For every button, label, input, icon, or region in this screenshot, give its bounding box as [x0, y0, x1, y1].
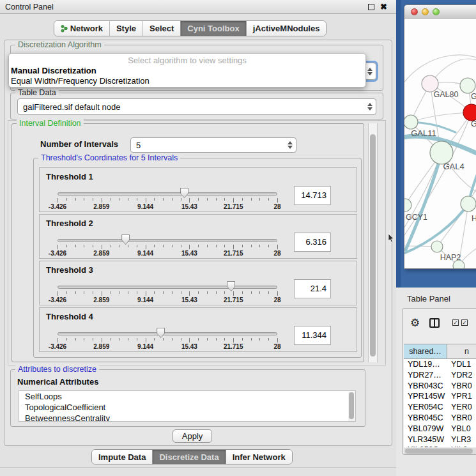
threshold-label: Threshold 3	[46, 265, 93, 275]
threshold-value-field[interactable]: 6.316	[294, 233, 331, 252]
slider-tick	[268, 198, 269, 201]
slider-tick	[259, 198, 260, 201]
slider-tick	[119, 338, 119, 341]
tab-infer-network[interactable]: Infer Network	[226, 450, 292, 464]
slider-tick	[102, 338, 102, 342]
slider-tick	[111, 198, 111, 201]
table-row[interactable]: YPR145WYPR1	[404, 391, 476, 402]
network-node[interactable]	[461, 196, 476, 211]
table-row[interactable]: YLR345WYLR3	[404, 434, 476, 445]
slider-tick	[224, 338, 225, 341]
attributes-listbox[interactable]: SelfLoopsTopologicalCoefficientBetweenne…	[19, 390, 356, 422]
table-row[interactable]: YDR27…YDR2	[404, 370, 476, 381]
network-icon	[61, 24, 68, 33]
tab-network[interactable]: Network	[54, 21, 109, 36]
network-canvas[interactable]: GAL80GAGGAL11GAL4GCY1HHAP2	[404, 19, 476, 269]
scrollbar-thumb[interactable]	[349, 392, 354, 419]
table-data-combo[interactable]: galFiltered.sif default node	[17, 98, 376, 115]
threshold-slider-handle[interactable]	[157, 328, 165, 338]
table-row[interactable]: YER054CYER0	[404, 402, 476, 413]
attributes-scrollbar[interactable]	[348, 392, 355, 421]
table-row[interactable]: YDL19…YDL1	[404, 359, 476, 370]
numerical-attributes-label: Numerical Attributes	[17, 377, 98, 387]
threshold-value-field[interactable]: 21.4	[294, 279, 331, 298]
threshold-slider-handle[interactable]	[180, 188, 188, 198]
slider-tick	[128, 291, 128, 294]
slider-tick	[242, 291, 243, 294]
network-node[interactable]	[404, 199, 411, 211]
attribute-list-item[interactable]: BetweennessCentrality	[19, 413, 355, 422]
slider-scale-label: -3.426	[49, 343, 66, 350]
window-minimize-icon[interactable]	[422, 8, 429, 15]
column-header-shared[interactable]: shared…	[404, 344, 447, 358]
threshold-slider-track[interactable]	[58, 286, 277, 289]
network-node[interactable]	[463, 104, 476, 121]
slider-tick	[119, 245, 119, 247]
close-icon[interactable]: ✖	[380, 2, 387, 12]
float-window-icon[interactable]	[368, 4, 374, 10]
threshold-value-field[interactable]: 11.344	[294, 326, 331, 345]
column-header-name[interactable]: n	[447, 344, 476, 358]
tab-select[interactable]: Select	[142, 21, 180, 36]
split-columns-icon[interactable]	[429, 318, 440, 328]
tab-style[interactable]: Style	[109, 21, 142, 36]
network-node[interactable]	[430, 141, 453, 164]
slider-tick	[137, 245, 137, 247]
apply-button[interactable]: Apply	[173, 429, 212, 443]
slider-tick	[93, 338, 93, 341]
tab-impute-data[interactable]: Impute Data	[92, 450, 152, 464]
network-node[interactable]	[460, 78, 475, 93]
slider-tick	[198, 245, 199, 247]
table-cell: YIL0	[447, 445, 476, 447]
network-edge[interactable]	[411, 112, 472, 122]
table-cell: YDR2	[447, 370, 476, 381]
window-zoom-icon[interactable]	[433, 8, 440, 15]
threshold-slider-track[interactable]	[58, 239, 277, 242]
threshold-slider-track[interactable]	[58, 192, 277, 196]
dropdown-item-manual-discretization[interactable]: Manual Discretization	[9, 66, 365, 76]
attribute-list-item[interactable]: SelfLoops	[19, 391, 355, 402]
slider-scale-label: 21.715	[224, 343, 243, 350]
network-node[interactable]	[431, 241, 443, 252]
slider-tick	[181, 245, 181, 247]
table-horizontal-scrollbar[interactable]	[404, 448, 476, 454]
slider-tick	[128, 198, 128, 201]
network-node[interactable]	[404, 115, 418, 129]
threshold-value-field[interactable]: 14.713	[294, 186, 331, 205]
gear-icon[interactable]: ⚙	[410, 316, 420, 330]
attribute-list-item[interactable]: TopologicalCoefficient	[19, 402, 355, 413]
table-row[interactable]: YBR043CYBR0	[404, 381, 476, 392]
threshold-slider-handle[interactable]	[121, 234, 130, 245]
table-cell: YBL0	[447, 424, 476, 434]
slider-tick	[268, 338, 269, 341]
table-row[interactable]: YIL052CYIL0	[404, 445, 476, 447]
top-tab-bar: Network Style Select Cyni Toolbox jActiv…	[54, 20, 326, 36]
dropdown-item-equal-width-frequency[interactable]: Equal Width/Frequency Discretization	[9, 76, 365, 86]
tab-discretize-data[interactable]: Discretize Data	[152, 450, 225, 464]
slider-scale-label: -3.426	[49, 203, 66, 210]
slider-tick	[75, 291, 76, 294]
slider-scale-label: 9.144	[137, 343, 153, 350]
num-intervals-combo[interactable]: 5	[130, 137, 296, 153]
threshold-slider-handle[interactable]	[227, 281, 235, 291]
settings-scrollbar[interactable]	[368, 123, 378, 362]
network-node-label: GAL11	[411, 128, 436, 138]
table-row[interactable]: YBR045CYBR0	[404, 413, 476, 424]
slider-tick	[216, 338, 217, 341]
scrollbar-thumb[interactable]	[370, 134, 376, 357]
threshold-slider-track[interactable]	[58, 332, 277, 335]
checkbox-icon[interactable]: ✓	[452, 319, 459, 326]
tab-jactivemnodules[interactable]: jActiveMNodules	[246, 21, 326, 36]
network-node[interactable]	[453, 260, 464, 269]
table-cell: YIL052C	[404, 445, 447, 447]
slider-tick	[58, 198, 58, 203]
algorithm-group-title: Discretization Algorithm	[15, 40, 104, 49]
slider-tick	[93, 291, 93, 294]
scrollbar-thumb[interactable]	[405, 449, 473, 454]
slider-scale-label: 15.43	[181, 203, 197, 210]
network-window-titlebar[interactable]	[404, 5, 476, 19]
checkbox-icon[interactable]: ✓	[461, 319, 468, 326]
table-row[interactable]: YBL079WYBL0	[404, 424, 476, 434]
tab-cyni-toolbox[interactable]: Cyni Toolbox	[180, 21, 245, 36]
window-close-icon[interactable]	[411, 8, 418, 15]
